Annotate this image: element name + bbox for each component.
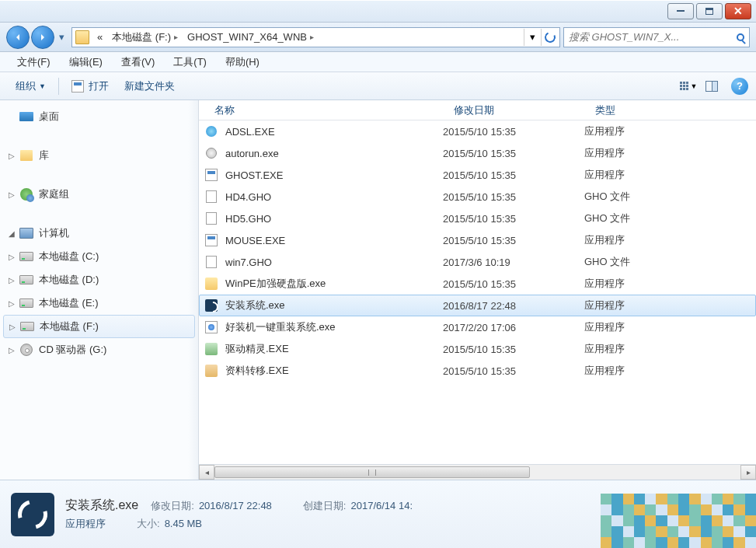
refresh-button[interactable] — [541, 29, 558, 46]
file-date: 2015/5/10 15:35 — [443, 169, 584, 181]
sidebar: 桌面 ▷库 ▷家庭组 ◢计算机 ▷本地磁盘 (C:) ▷本地磁盘 (D:) ▷本… — [0, 100, 199, 480]
file-name: 安装系统.exe — [225, 298, 443, 312]
file-icon — [204, 320, 219, 334]
watermark-pixels — [601, 494, 756, 548]
file-date: 2017/2/20 17:06 — [443, 322, 584, 333]
view-mode-button[interactable]: ▼ — [677, 77, 700, 96]
file-icon — [204, 298, 219, 312]
minimize-button[interactable] — [667, 3, 694, 19]
file-row[interactable]: WinPE加强硬盘版.exe2015/5/10 15:35应用程序 — [199, 273, 756, 295]
folder-icon — [75, 30, 89, 44]
toolbar: 组织▼ 打开 新建文件夹 ▼ ? — [0, 72, 756, 100]
library-icon — [20, 150, 33, 161]
menu-help[interactable]: 帮助(H) — [216, 55, 269, 69]
address-dropdown[interactable]: ▾ — [524, 29, 541, 46]
help-button[interactable]: ? — [731, 78, 748, 95]
scroll-right-button[interactable]: ▸ — [740, 465, 756, 480]
history-dropdown[interactable]: ▾ — [56, 26, 67, 49]
column-name[interactable]: 名称 — [214, 103, 454, 117]
sidebar-drive-e[interactable]: ▷本地磁盘 (E:) — [0, 291, 198, 315]
horizontal-scrollbar[interactable]: ◂ ▸ — [199, 464, 756, 480]
file-name: HD4.GHO — [225, 191, 443, 203]
file-date: 2015/5/10 15:35 — [443, 365, 584, 377]
search-box[interactable] — [563, 27, 750, 47]
maximize-button[interactable] — [696, 3, 723, 19]
new-folder-button[interactable]: 新建文件夹 — [117, 72, 183, 99]
file-row[interactable]: HD5.GHO2015/5/10 15:35GHO 文件 — [199, 208, 756, 229]
file-type: 应用程序 — [584, 364, 625, 378]
file-type: 应用程序 — [584, 342, 625, 356]
details-modified-label: 修改日期: — [151, 499, 194, 513]
file-list[interactable]: ADSL.EXE2015/5/10 15:35应用程序autorun.exe20… — [199, 120, 756, 464]
sidebar-computer[interactable]: ◢计算机 — [0, 222, 198, 245]
computer-icon — [19, 228, 33, 239]
back-button[interactable] — [6, 26, 30, 49]
file-row[interactable]: HD4.GHO2015/5/10 15:35GHO 文件 — [199, 186, 756, 208]
file-row[interactable]: 资料转移.EXE2015/5/10 15:35应用程序 — [199, 360, 756, 382]
file-type: GHO 文件 — [584, 190, 630, 204]
close-button[interactable]: ✕ — [725, 3, 751, 19]
file-row[interactable]: ADSL.EXE2015/5/10 15:35应用程序 — [199, 120, 756, 142]
file-icon — [204, 364, 219, 378]
file-row[interactable]: GHOST.EXE2015/5/10 15:35应用程序 — [199, 164, 756, 186]
drive-icon — [20, 322, 34, 331]
drive-icon — [19, 298, 33, 308]
file-name: 驱动精灵.EXE — [225, 342, 443, 356]
file-type: 应用程序 — [584, 146, 625, 160]
file-row[interactable]: autorun.exe2015/5/10 15:35应用程序 — [199, 142, 756, 164]
sidebar-drive-c[interactable]: ▷本地磁盘 (C:) — [0, 245, 198, 268]
details-modified-value: 2016/8/17 22:48 — [199, 500, 272, 511]
file-name: win7.GHO — [225, 257, 443, 268]
file-date: 2015/5/10 15:35 — [443, 191, 584, 203]
file-date: 2015/5/10 15:35 — [443, 235, 584, 246]
breadcrumb-seg-0[interactable]: 本地磁盘 (F:)▸ — [107, 28, 183, 47]
column-type[interactable]: 类型 — [595, 103, 756, 117]
menu-tools[interactable]: 工具(T) — [164, 55, 216, 69]
organize-button[interactable]: 组织▼ — [8, 72, 54, 99]
file-date: 2017/3/6 10:19 — [443, 257, 584, 268]
breadcrumb-seg-1[interactable]: GHOST_WIN7_X64_WNB▸ — [183, 28, 319, 47]
file-icon — [204, 255, 219, 269]
address-bar[interactable]: « 本地磁盘 (F:)▸ GHOST_WIN7_X64_WNB▸ ▾ — [71, 27, 560, 47]
menu-file[interactable]: 文件(F) — [8, 55, 60, 69]
file-row[interactable]: win7.GHO2017/3/6 10:19GHO 文件 — [199, 251, 756, 273]
file-type: 应用程序 — [584, 168, 625, 182]
file-name: ADSL.EXE — [225, 126, 443, 138]
details-created-label: 创建日期: — [303, 499, 347, 513]
scroll-thumb[interactable] — [214, 466, 530, 478]
preview-pane-button[interactable] — [700, 77, 723, 96]
homegroup-icon — [20, 188, 33, 201]
sidebar-desktop[interactable]: 桌面 — [0, 105, 198, 128]
sidebar-libraries[interactable]: ▷库 — [0, 144, 198, 167]
forward-button[interactable] — [31, 26, 54, 49]
sidebar-drive-f[interactable]: ▷本地磁盘 (F:) — [3, 315, 195, 338]
scroll-left-button[interactable]: ◂ — [199, 465, 214, 480]
file-icon — [204, 168, 219, 182]
details-size-value: 8.45 MB — [165, 518, 202, 529]
refresh-icon — [543, 30, 557, 44]
file-name: autorun.exe — [225, 148, 443, 159]
sidebar-homegroup[interactable]: ▷家庭组 — [0, 183, 198, 206]
sidebar-cd-drive[interactable]: ▷CD 驱动器 (G:) — [0, 338, 198, 361]
file-row[interactable]: MOUSE.EXE2015/5/10 15:35应用程序 — [199, 229, 756, 251]
file-row[interactable]: 好装机一键重装系统.exe2017/2/20 17:06应用程序 — [199, 316, 756, 338]
file-date: 2015/5/10 15:35 — [443, 148, 584, 159]
column-date[interactable]: 修改日期 — [454, 103, 595, 117]
file-icon — [204, 233, 219, 247]
menu-view[interactable]: 查看(V) — [112, 55, 164, 69]
file-icon — [204, 146, 219, 160]
menu-edit[interactable]: 编辑(E) — [60, 55, 112, 69]
breadcrumb-prefix[interactable]: « — [92, 28, 107, 47]
file-date: 2015/5/10 15:35 — [443, 126, 584, 138]
open-button[interactable]: 打开 — [64, 72, 117, 99]
sidebar-drive-d[interactable]: ▷本地磁盘 (D:) — [0, 268, 198, 291]
file-row[interactable]: 驱动精灵.EXE2015/5/10 15:35应用程序 — [199, 338, 756, 360]
column-headers: 名称 修改日期 类型 — [199, 100, 756, 120]
file-icon — [204, 342, 219, 356]
details-size-label: 大小: — [137, 517, 160, 531]
navbar: ▾ « 本地磁盘 (F:)▸ GHOST_WIN7_X64_WNB▸ ▾ — [0, 23, 756, 52]
search-input[interactable] — [564, 31, 732, 43]
file-row[interactable]: 安装系统.exe2016/8/17 22:48应用程序 — [199, 295, 756, 316]
file-type: 应用程序 — [584, 233, 625, 247]
file-name: WinPE加强硬盘版.exe — [225, 277, 443, 291]
